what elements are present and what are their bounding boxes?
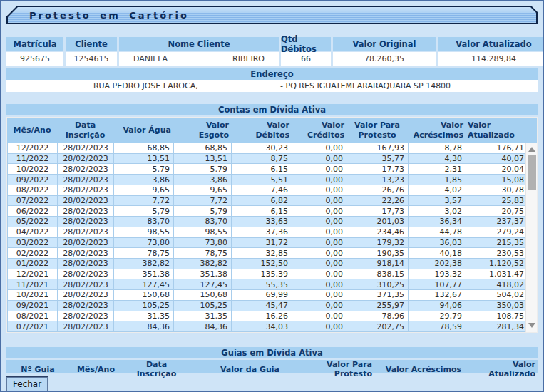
table-row: 08/2022 28/02/2023 9,65 9,65 7,46 0,00 2…	[7, 185, 528, 196]
col-qtd-debitos: Qtd Débitos	[281, 37, 331, 51]
vertical-scrollbar[interactable]	[525, 143, 537, 332]
table-row: 07/2021 28/02/2023 84,36 84,36 34,03 0,0…	[7, 321, 528, 332]
scroll-down-icon[interactable]	[528, 323, 535, 328]
scrollbar-thumb[interactable]	[528, 155, 536, 190]
contas-table-header: Mês/Ano Data Inscrição Valor Água Valor …	[7, 118, 537, 143]
client-summary-row: 925675 1254615 DANIELA RIBEIRO 66 78.260…	[6, 52, 538, 66]
valor-original-value: 78.260,35	[333, 52, 436, 66]
contas-col-valor-esgoto: Valor Esgoto	[173, 120, 231, 139]
table-row: 09/2021 28/02/2023 105,25 105,25 45,47 0…	[7, 301, 528, 311]
table-row: 01/2022 28/02/2023 382,82 382,82 152,50 …	[7, 259, 528, 269]
contas-col-valor-para-protesto: Valor Para Protesto	[347, 120, 408, 139]
scroll-up-icon[interactable]	[528, 147, 535, 152]
col-valor-original: Valor Original	[333, 37, 436, 51]
contas-col-valor-agua: Valor Água	[113, 125, 173, 135]
valor-atualizado-value: 114.289,84	[438, 52, 544, 66]
page-title: Protesto em Cartório	[29, 10, 189, 21]
col-matricula: Matrícula	[6, 37, 63, 51]
matricula-value: 925675	[6, 52, 63, 66]
guias-table-header: Nº Guia Mês/Ano Data Inscrição Valor da …	[6, 360, 538, 373]
table-row: 12/2021 28/02/2023 351,38 351,38 135,39 …	[7, 269, 528, 280]
guias-col-data-inscricao: Data Inscrição	[123, 360, 190, 378]
table-row: 05/2022 28/02/2023 83,70 83,70 33,63 0,0…	[7, 217, 528, 227]
title-bar: Protesto em Cartório	[6, 6, 538, 24]
table-row: 03/2022 28/02/2023 73,80 73,80 31,72 0,0…	[7, 238, 528, 249]
table-row: 08/2021 28/02/2023 31,35 31,35 16,26 0,0…	[7, 311, 528, 322]
contas-col-mes-ano: Mês/Ano	[7, 125, 57, 135]
endereco-bar: Endereço	[6, 68, 538, 80]
contas-body: 12/2022 28/02/2023 68,85 68,85 30,23 0,0…	[7, 143, 525, 332]
client-summary-header: Matrícula Cliente Nome Cliente Qtd Débit…	[6, 37, 538, 51]
guias-col-valor-atualizado: Valor Atualizado	[465, 360, 539, 378]
contas-col-valor-acrescimos: Valor Acréscimos	[408, 120, 466, 139]
table-row: 09/2022 28/02/2023 3,86 3,86 5,51 0,00 1…	[7, 175, 528, 185]
table-row: 06/2022 28/02/2023 5,79 5,79 6,15 0,00 1…	[7, 206, 528, 217]
qtd-debitos-value: 66	[281, 52, 331, 66]
table-row: 07/2022 28/02/2023 7,72 7,72 6,82 0,00 2…	[7, 196, 528, 207]
protesto-window: Protesto em Cartório Matrícula Cliente N…	[6, 6, 538, 391]
fechar-button[interactable]: Fechar	[6, 377, 48, 391]
table-row: 04/2022 28/02/2023 98,55 98,55 37,36 0,0…	[7, 227, 528, 238]
contas-col-data-inscricao: Data Inscrição	[57, 120, 113, 139]
table-row: 10/2022 28/02/2023 5,79 5,79 6,15 0,00 1…	[7, 164, 528, 175]
contas-table: Mês/Ano Data Inscrição Valor Água Valor …	[6, 117, 538, 333]
guias-col-valor-acrescimos: Valor Acréscimos	[376, 365, 465, 374]
nome-cliente-value: DANIELA RIBEIRO	[119, 52, 279, 66]
cliente-value: 1254615	[66, 52, 117, 66]
table-row: 02/2022 28/02/2023 78,75 78,75 32,85 0,0…	[7, 248, 528, 259]
col-nome-cliente: Nome Cliente	[119, 37, 279, 51]
col-cliente: Cliente	[66, 37, 117, 51]
contas-col-valor-debitos: Valor Débitos	[231, 120, 292, 139]
guias-section-title: Guias em Dívida Ativa	[6, 347, 538, 358]
guias-col-mes-ano: Mês/Ano	[69, 365, 123, 374]
table-row: 10/2021 28/02/2023 150,68 150,68 69,99 0…	[7, 290, 528, 301]
guias-col-valor-da-guia: Valor da Guia	[190, 365, 283, 374]
contas-col-valor-atualizado: Valor Atualizado	[466, 120, 538, 139]
title-bar-stripes: Protesto em Cartório	[8, 7, 536, 23]
table-row: 11/2022 28/02/2023 13,51 13,51 8,75 0,00…	[7, 154, 528, 165]
guias-col-n-guia: Nº Guia	[6, 365, 69, 374]
endereco-value: RUA PEDRO JOSE LAROCA, - PQ RES IGUATEMI…	[6, 80, 538, 92]
table-row: 11/2021 28/02/2023 127,45 127,45 55,35 0…	[7, 279, 528, 290]
table-row: 12/2022 28/02/2023 68,85 68,85 30,23 0,0…	[7, 143, 528, 154]
guias-col-valor-para-protesto: Valor Para Protesto	[283, 360, 376, 378]
contas-section-title: Contas em Dívida Ativa	[6, 104, 538, 115]
contas-col-valor-creditos: Valor Créditos	[292, 120, 347, 139]
col-valor-atualizado: Valor Atualizado	[438, 37, 544, 51]
